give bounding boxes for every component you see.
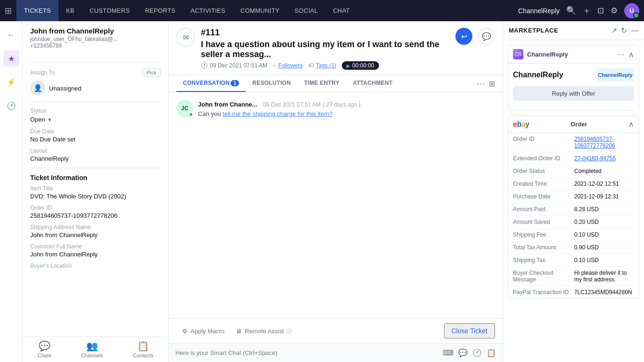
sidebar-bolt-icon[interactable]: ⚡ <box>3 74 19 90</box>
order-field-key: Purchase Date <box>513 192 574 201</box>
order-field-key: Total Tax Amount <box>513 243 574 252</box>
add-icon[interactable]: ＋ <box>583 5 591 16</box>
buyer-location-label: Buyer's Location <box>30 263 161 269</box>
ebay-label: ebay <box>513 120 529 129</box>
external-link-icon[interactable]: ↗ <box>611 26 617 35</box>
order-field-value: Completed <box>574 167 634 175</box>
clock-bar-icon[interactable]: 🕐 <box>472 348 482 357</box>
note-button[interactable]: 💬 <box>478 28 495 45</box>
order-field-value: 2021-12-02 12:51 <box>574 180 634 188</box>
tab-resolution[interactable]: RESOLUTION <box>246 75 297 92</box>
sidebar-clock-icon[interactable]: 🕐 <box>3 98 19 114</box>
nav-item-activities[interactable]: ACTIVITIES <box>183 0 233 21</box>
tabs-more-icon[interactable]: ⋯ <box>477 78 485 89</box>
order-field-key: Shipping Fee <box>513 230 574 239</box>
order-field-value[interactable]: 27-04160-94755 <box>574 154 634 163</box>
nav-item-kb[interactable]: KB <box>58 0 82 21</box>
refresh-icon[interactable]: ↻ <box>621 26 627 35</box>
minimize-icon[interactable]: — <box>631 26 638 35</box>
ticket-panel: John from ChannelReply johndoe_user_OFhu… <box>23 21 169 362</box>
copy-icon[interactable]: 📋 <box>487 348 496 357</box>
online-indicator <box>189 112 193 117</box>
message-sender: John from Channe... <box>198 101 257 108</box>
footer-channels[interactable]: 👥 Channels <box>81 340 103 358</box>
right-panel-title: MARKETPLACE <box>509 27 558 34</box>
pick-button[interactable]: Pick <box>142 68 161 77</box>
status-badge[interactable]: Open ▼ <box>30 116 52 123</box>
order-id-label: Order ID <box>30 205 161 211</box>
nav-item-tickets[interactable]: TICKETS <box>17 0 58 21</box>
message-ago: ( 27 days ago ) <box>323 101 361 108</box>
channelreply-widget: CR ChannelReply ⋯ ∧ ChannelReply Channel… <box>508 45 639 111</box>
tab-conversation[interactable]: CONVERSATION1 <box>176 75 246 92</box>
order-field-key: Amount Paid <box>513 205 574 214</box>
ticket-header: ✉ #111 I have a question about using my … <box>169 21 503 75</box>
conversation-area: JC John from Channe... 09 Dec 2021 07:51… <box>169 92 503 318</box>
order-chevron-icon[interactable]: ∧ <box>628 120 634 129</box>
avatar[interactable]: U <box>624 3 639 18</box>
order-field-row: Amount Saved0.20 USD <box>508 216 639 229</box>
nav-item-chat[interactable]: CHAT <box>325 0 357 21</box>
order-field-key: Extended Order ID <box>513 154 574 163</box>
top-navigation: ⊞ TICKETS KB CUSTOMERS REPORTS ACTIVITIE… <box>0 0 644 21</box>
apply-macro-button[interactable]: ⚙ Apply Macro <box>176 325 230 337</box>
assignee-avatar: 👤 <box>30 81 45 96</box>
settings-icon[interactable]: ⚙ <box>611 6 618 16</box>
contacts-icon: 📋 <box>137 340 149 352</box>
tabs-layout-icon[interactable]: ⊞ <box>489 79 495 88</box>
order-field-row: Order ID258194605737-1093772778206 <box>508 133 639 152</box>
smart-chat-input[interactable] <box>175 349 438 356</box>
reply-offer-button[interactable]: Reply with Offer <box>513 86 634 101</box>
order-card: ebay Order ∧ Order ID258194605737-109377… <box>508 115 639 299</box>
reply-button[interactable]: ↩ <box>455 28 472 45</box>
contact-phone: +123456789 <box>30 42 161 49</box>
cr-brand-name: ChannelReply <box>513 71 563 79</box>
item-title-value: DVD: The Whole Story DVD (2002) <box>30 193 161 200</box>
close-ticket-button[interactable]: Close Ticket <box>444 323 495 338</box>
footer-contacts[interactable]: 📋 Contacts <box>133 340 153 358</box>
nav-item-customers[interactable]: CUSTOMERS <box>82 0 138 21</box>
grid-icon[interactable]: ⊞ <box>5 6 12 16</box>
order-field-key: Order ID <box>513 135 574 150</box>
tab-time-entry[interactable]: TIME ENTRY <box>297 75 346 92</box>
message-link[interactable]: tell me the shipping charge for this ite… <box>223 110 332 117</box>
order-field-value: 0.90 USD <box>574 243 634 252</box>
order-id-value: 258194605737-1093772778206 <box>30 212 161 219</box>
chat-alt-icon[interactable]: 💬 <box>458 348 468 357</box>
email-icon: ✉ <box>176 28 195 47</box>
item-title-label: Item Title <box>30 185 161 192</box>
order-field-row: PayPal Transaction ID7LC12345MD944280N <box>508 286 639 298</box>
order-field-row: Extended Order ID27-04160-94755 <box>508 152 639 165</box>
nav-item-community[interactable]: COMMUNITY <box>233 0 287 21</box>
nav-item-social[interactable]: SOCIAL <box>287 0 325 21</box>
message-time: 09 Dec 2021 07:51 AM <box>263 101 321 108</box>
order-field-value: Hi please deliver it to my first address… <box>574 269 634 284</box>
tab-attachment[interactable]: ATTACHMENT <box>346 75 399 92</box>
cr-dots-icon[interactable]: ⋯ <box>617 50 625 59</box>
timer-badge[interactable]: ▶ 00:00:00 <box>342 61 379 70</box>
order-field-value[interactable]: 258194605737-1093772778206 <box>574 135 634 150</box>
search-icon[interactable]: 🔍 <box>566 6 576 16</box>
assignee-name: Unassigned <box>49 85 82 92</box>
followers-item[interactable]: ○ Followers <box>273 62 303 69</box>
message-text: Can you tell me the shipping charge for … <box>198 110 495 117</box>
order-field-row: Total Tax Amount0.90 USD <box>508 241 639 254</box>
order-field-row: Created Time2021-12-02 12:51 <box>508 178 639 190</box>
keyboard-icon[interactable]: ⌨ <box>443 348 454 357</box>
clock-icon: 🕐 <box>201 62 208 69</box>
cr-brand-label: ChannelReply <box>527 51 568 58</box>
order-field-key: Buyer Checkout Message <box>513 269 574 284</box>
order-field-row: Buyer Checkout MessageHi please deliver … <box>508 267 639 286</box>
due-date-label: Due Date <box>30 128 161 135</box>
nav-item-reports[interactable]: REPORTS <box>137 0 183 21</box>
shipping-address-label: Shipping Address Name <box>30 224 161 230</box>
remote-assist-button[interactable]: 🖥 Remote Assist ⓘ <box>230 325 297 337</box>
footer-chats[interactable]: 💬 Chats <box>38 340 51 358</box>
sidebar-back-icon[interactable]: ← <box>3 27 19 43</box>
window-icon[interactable]: ⊡ <box>597 6 604 16</box>
cr-collapse-icon[interactable]: ∧ <box>628 50 634 59</box>
tags-item[interactable]: 🏷 Tags (1) <box>308 62 336 69</box>
sidebar-star-icon[interactable]: ★ <box>3 50 19 66</box>
ticket-info-section-title: Ticket Information <box>30 174 161 181</box>
right-panel-scroll: CR ChannelReply ⋯ ∧ ChannelReply Channel… <box>503 40 644 362</box>
